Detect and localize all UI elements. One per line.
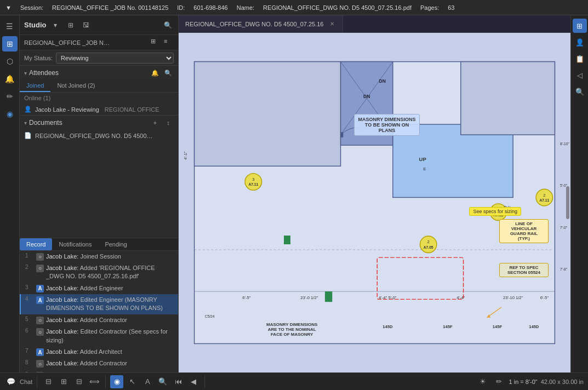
pages-label: Pages: <box>420 4 439 11</box>
record-text: Jacob Lake: Joined Session <box>46 253 174 261</box>
record-item: 8 ○ Jacob Lake: Added Contractor <box>20 358 178 369</box>
notifications-icon[interactable]: 🔔 <box>2 71 18 87</box>
doc-sort-icon[interactable]: ↕ <box>163 117 174 128</box>
attendees-header[interactable]: ▾ Attendees 🔔 🔍 <box>20 66 178 80</box>
record-text: Jacob Lake: Move Contractor <box>46 371 174 372</box>
record-author: Jacob Lake: <box>46 328 78 335</box>
right-tool-user[interactable]: 👤 <box>573 35 587 49</box>
blueprint-canvas[interactable]: DN DN 3 A7.11 3 A7.11 2 A7.11 <box>179 33 570 372</box>
bottom-icon-compare[interactable]: ⟺ <box>88 375 101 388</box>
record-author: Jacob Lake: <box>46 372 78 372</box>
record-icon: ○ <box>36 328 44 336</box>
bottom-icon-zoom[interactable]: 🔍 <box>156 375 169 388</box>
record-icon: ○ <box>36 317 44 324</box>
pages-value: 63 <box>448 4 454 11</box>
scroll-indicator[interactable] <box>566 186 569 219</box>
doc-add-icon[interactable]: + <box>150 117 161 128</box>
tab-pending[interactable]: Pending <box>98 238 133 250</box>
doc-bar-icon-1[interactable]: ⊞ <box>151 38 161 48</box>
doc-tab-active[interactable]: REGIONAL_OFFICE_DWG NO. D5 4500_07.25.16… <box>179 15 343 32</box>
record-author: Jacob Lake: <box>46 253 78 260</box>
right-tool-grid[interactable]: ⊞ <box>573 19 587 33</box>
record-text: Jacob Lake: Added Engineer <box>46 284 174 292</box>
svg-text:23'-10 1/2": 23'-10 1/2" <box>503 295 523 300</box>
documents-collapse-icon: ▾ <box>24 120 27 126</box>
svg-rect-2 <box>195 62 341 167</box>
shapes-icon[interactable]: ⬡ <box>2 54 18 69</box>
tab-record[interactable]: Record <box>20 238 52 250</box>
record-author: Jacob Lake: <box>46 296 78 303</box>
record-num: 8 <box>25 359 34 365</box>
attendees-icon-1[interactable]: 🔔 <box>150 67 161 78</box>
svg-text:145D: 145D <box>529 324 539 329</box>
floor-plan-svg: DN DN 3 A7.11 3 A7.11 2 A7.11 <box>179 33 570 372</box>
session-label: Session: <box>20 4 43 11</box>
attendees-title: Attendees <box>29 69 59 77</box>
right-tool-sheet[interactable]: 📋 <box>573 51 587 66</box>
record-icon: A <box>36 296 44 304</box>
bottom-annotate-icon[interactable]: ✏ <box>493 375 506 388</box>
bottom-tool-group-2: ◉ ↖ A 🔍 ⏮ ◀ <box>110 375 205 388</box>
bottom-icon-layout[interactable]: ⊟ <box>42 375 55 388</box>
bottom-icon-circle-active[interactable]: ◉ <box>110 375 123 388</box>
bottom-chat-icon[interactable]: 💬 <box>4 375 18 388</box>
record-tabs: Record Notifications Pending <box>20 238 178 251</box>
left-panel: Studio ▾ ⊞ 🖫 🔍 REGIONAL_OFFICE _JOB No. … <box>20 15 179 372</box>
svg-text:4'-1": 4'-1" <box>183 151 188 159</box>
doc-name-bar: REGIONAL_OFFICE _JOB No. 001148125 - 601… <box>20 35 178 50</box>
attendees-search-icon[interactable]: 🔍 <box>163 67 174 78</box>
attendee-name: Jacob Lake - Reviewing <box>35 106 99 113</box>
status-row: My Status: Reviewing <box>20 50 178 66</box>
doc-tab-close[interactable]: ✕ <box>328 20 336 28</box>
status-select[interactable]: Reviewing <box>56 53 174 64</box>
record-num: 2 <box>25 264 34 270</box>
record-text: Jacob Lake: Added 'REGIONAL OFFICE _DWG … <box>46 264 174 281</box>
bottom-brightness-icon[interactable]: ☀ <box>476 375 489 388</box>
name-label: Name: <box>237 4 254 11</box>
svg-text:A7.11: A7.11 <box>248 182 258 186</box>
record-item: 9 ○ Jacob Lake: Move Contractor <box>20 370 178 372</box>
right-tool-back[interactable]: ◁ <box>573 68 587 82</box>
svg-text:DN: DN <box>379 78 386 84</box>
record-list: 1 ○ Jacob Lake: Joined Session 2 ○ Jacob… <box>20 251 178 373</box>
record-author: Jacob Lake: <box>46 285 78 291</box>
svg-text:C5/24: C5/24 <box>205 314 215 318</box>
menu-icon[interactable]: ☰ <box>2 19 18 34</box>
bottom-icon-first[interactable]: ⏮ <box>172 375 185 388</box>
svg-text:6'-5": 6'-5" <box>242 295 250 300</box>
doc-bar-icon-2[interactable]: ≡ <box>164 38 174 48</box>
tab-joined[interactable]: Joined <box>20 80 50 92</box>
tab-not-joined[interactable]: Not Joined (2) <box>50 80 101 92</box>
doc-file-icon: 📄 <box>24 132 32 139</box>
bottom-icon-grid[interactable]: ⊟ <box>72 375 85 388</box>
main-container: ☰ ⊞ ⬡ 🔔 ✏ ◉ Studio ▾ ⊞ 🖫 🔍 REGIONAL_OFFI… <box>0 15 588 372</box>
tab-notifications[interactable]: Notifications <box>52 238 98 250</box>
svg-rect-32 <box>325 291 332 302</box>
bottom-icon-text[interactable]: A <box>141 375 154 388</box>
studio-search-icon[interactable]: 🔍 <box>162 19 174 31</box>
studio-active-icon[interactable]: ◉ <box>2 106 18 122</box>
studio-icon-btn-2[interactable]: 🖫 <box>80 19 92 31</box>
edit-icon[interactable]: ✏ <box>2 89 18 104</box>
panel-doc-name: REGIONAL_OFFICE _JOB No. 001148125 - 601… <box>24 39 112 46</box>
grid-icon[interactable]: ⊞ <box>2 36 18 51</box>
doc-viewer: REGIONAL_OFFICE_DWG NO. D5 4500_07.25.16… <box>179 15 570 372</box>
studio-label: Studio <box>24 21 46 29</box>
right-tool-search[interactable]: 🔍 <box>573 84 587 99</box>
record-author: Jacob Lake: <box>46 348 78 355</box>
svg-text:145D: 145D <box>383 324 393 329</box>
record-icon: ○ <box>36 360 44 368</box>
bottom-icon-prev[interactable]: ◀ <box>187 375 200 388</box>
documents-header[interactable]: ▾ Documents + ↕ <box>20 116 178 130</box>
svg-text:A7.11: A7.11 <box>494 213 504 217</box>
record-num: 4 <box>25 296 34 302</box>
doc-list-item[interactable]: 📄 REGIONAL_OFFICE_DWG NO. D5 4500_07.2..… <box>20 130 178 141</box>
attendee-tabs: Joined Not Joined (2) <box>20 80 178 93</box>
studio-dropdown-icon[interactable]: ▾ <box>49 19 61 31</box>
studio-icon-btn-1[interactable]: ⊞ <box>65 19 77 31</box>
svg-text:DN: DN <box>363 94 370 99</box>
record-item: 2 ○ Jacob Lake: Added 'REGIONAL OFFICE _… <box>20 262 178 283</box>
bottom-icon-cursor[interactable]: ↖ <box>125 375 139 388</box>
bottom-icon-page[interactable]: ⊞ <box>57 375 70 388</box>
status-label: My Status: <box>24 55 53 61</box>
